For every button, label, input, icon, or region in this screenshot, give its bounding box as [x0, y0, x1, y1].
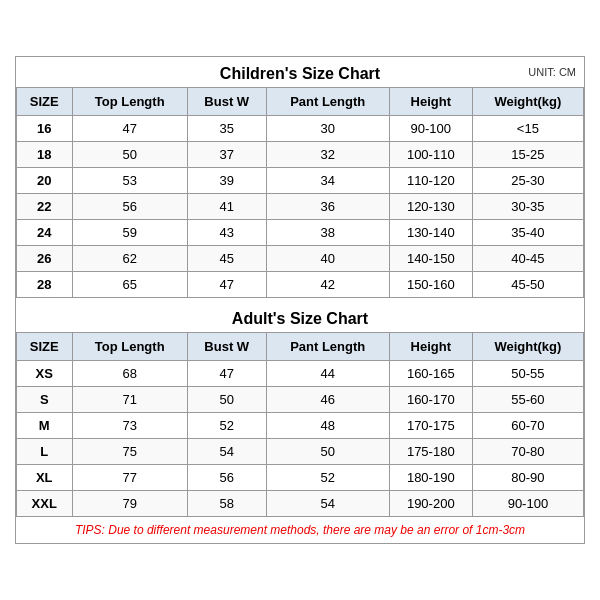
- table-cell: L: [17, 439, 73, 465]
- table-cell: 90-100: [389, 116, 472, 142]
- table-cell: 130-140: [389, 220, 472, 246]
- table-cell: 175-180: [389, 439, 472, 465]
- table-cell: 90-100: [472, 491, 583, 517]
- table-cell: 40-45: [472, 246, 583, 272]
- adult-col-height: Height: [389, 333, 472, 361]
- table-row: XL775652180-19080-90: [17, 465, 584, 491]
- table-cell: 62: [72, 246, 187, 272]
- table-cell: 68: [72, 361, 187, 387]
- table-cell: M: [17, 413, 73, 439]
- table-cell: 30: [266, 116, 389, 142]
- table-cell: 58: [187, 491, 266, 517]
- table-cell: 71: [72, 387, 187, 413]
- table-cell: 28: [17, 272, 73, 298]
- table-cell: 160-165: [389, 361, 472, 387]
- children-col-pantlength: Pant Length: [266, 88, 389, 116]
- adult-col-size: SIZE: [17, 333, 73, 361]
- size-chart-container: Children's Size Chart UNIT: CM SIZE Top …: [15, 56, 585, 544]
- table-cell: 37: [187, 142, 266, 168]
- table-cell: 100-110: [389, 142, 472, 168]
- table-cell: 55-60: [472, 387, 583, 413]
- table-cell: 20: [17, 168, 73, 194]
- tips-text: TIPS: Due to different measurement metho…: [16, 517, 584, 543]
- adult-title-text: Adult's Size Chart: [232, 310, 368, 327]
- table-cell: 170-175: [389, 413, 472, 439]
- children-header-row: SIZE Top Length Bust W Pant Length Heigh…: [17, 88, 584, 116]
- table-cell: 140-150: [389, 246, 472, 272]
- adult-header-row: SIZE Top Length Bust W Pant Length Heigh…: [17, 333, 584, 361]
- table-cell: 70-80: [472, 439, 583, 465]
- unit-label: UNIT: CM: [528, 66, 576, 78]
- table-cell: 22: [17, 194, 73, 220]
- children-section-title: Children's Size Chart UNIT: CM: [16, 57, 584, 87]
- children-title-text: Children's Size Chart: [220, 65, 380, 82]
- table-cell: 56: [72, 194, 187, 220]
- table-cell: 52: [266, 465, 389, 491]
- table-row: S715046160-17055-60: [17, 387, 584, 413]
- table-cell: 53: [72, 168, 187, 194]
- table-cell: 35-40: [472, 220, 583, 246]
- table-cell: 24: [17, 220, 73, 246]
- table-cell: XXL: [17, 491, 73, 517]
- table-cell: 79: [72, 491, 187, 517]
- adult-table: SIZE Top Length Bust W Pant Length Heigh…: [16, 332, 584, 517]
- table-row: 24594338130-14035-40: [17, 220, 584, 246]
- table-cell: 50: [266, 439, 389, 465]
- table-cell: 47: [187, 361, 266, 387]
- table-row: 26624540140-15040-45: [17, 246, 584, 272]
- children-col-toplength: Top Length: [72, 88, 187, 116]
- children-col-bustw: Bust W: [187, 88, 266, 116]
- table-cell: 18: [17, 142, 73, 168]
- table-cell: <15: [472, 116, 583, 142]
- table-cell: 48: [266, 413, 389, 439]
- table-cell: 110-120: [389, 168, 472, 194]
- table-cell: 54: [187, 439, 266, 465]
- table-cell: 50-55: [472, 361, 583, 387]
- table-cell: 32: [266, 142, 389, 168]
- table-row: M735248170-17560-70: [17, 413, 584, 439]
- table-cell: 60-70: [472, 413, 583, 439]
- adult-col-bustw: Bust W: [187, 333, 266, 361]
- table-row: 22564136120-13030-35: [17, 194, 584, 220]
- table-cell: 36: [266, 194, 389, 220]
- table-cell: XL: [17, 465, 73, 491]
- table-cell: 50: [72, 142, 187, 168]
- table-cell: 75: [72, 439, 187, 465]
- table-cell: 120-130: [389, 194, 472, 220]
- table-cell: 35: [187, 116, 266, 142]
- table-cell: 34: [266, 168, 389, 194]
- table-cell: 39: [187, 168, 266, 194]
- children-table: SIZE Top Length Bust W Pant Length Heigh…: [16, 87, 584, 298]
- adult-section-title: Adult's Size Chart: [16, 302, 584, 332]
- table-cell: 44: [266, 361, 389, 387]
- table-cell: 59: [72, 220, 187, 246]
- table-cell: 180-190: [389, 465, 472, 491]
- table-cell: 47: [187, 272, 266, 298]
- table-cell: 73: [72, 413, 187, 439]
- table-cell: 56: [187, 465, 266, 491]
- table-cell: 54: [266, 491, 389, 517]
- table-row: XXL795854190-20090-100: [17, 491, 584, 517]
- table-cell: 190-200: [389, 491, 472, 517]
- children-col-size: SIZE: [17, 88, 73, 116]
- table-row: 1647353090-100<15: [17, 116, 584, 142]
- table-cell: 160-170: [389, 387, 472, 413]
- table-cell: 47: [72, 116, 187, 142]
- table-cell: 25-30: [472, 168, 583, 194]
- table-row: 28654742150-16045-50: [17, 272, 584, 298]
- table-row: 18503732100-11015-25: [17, 142, 584, 168]
- table-cell: 43: [187, 220, 266, 246]
- table-cell: S: [17, 387, 73, 413]
- table-cell: 45: [187, 246, 266, 272]
- adult-col-pantlength: Pant Length: [266, 333, 389, 361]
- table-cell: 80-90: [472, 465, 583, 491]
- table-cell: 77: [72, 465, 187, 491]
- table-cell: 40: [266, 246, 389, 272]
- table-row: XS684744160-16550-55: [17, 361, 584, 387]
- table-cell: 42: [266, 272, 389, 298]
- adult-col-toplength: Top Length: [72, 333, 187, 361]
- table-cell: 30-35: [472, 194, 583, 220]
- table-cell: 16: [17, 116, 73, 142]
- children-col-height: Height: [389, 88, 472, 116]
- table-cell: 150-160: [389, 272, 472, 298]
